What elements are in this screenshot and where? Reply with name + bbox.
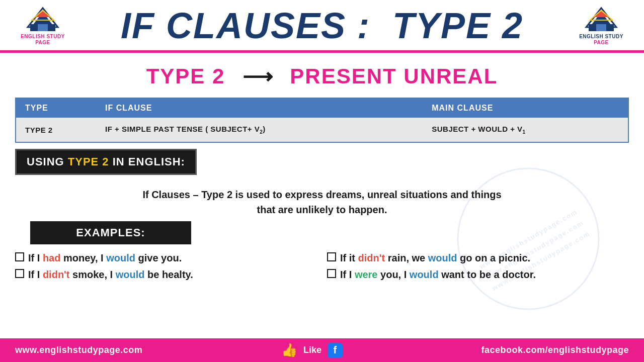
footer-facebook: facebook.com/englishstudypage [481,345,629,355]
examples-label: EXAMPLES: [30,221,191,244]
col-main-clause: MAIN CLAUSE [423,98,628,118]
arrow-icon: ⟶ [243,64,273,88]
cell-type: TYPE 2 [16,118,96,142]
example-2: If I didn't smoke, I would be healty. [15,268,317,281]
svg-marker-11 [596,24,606,31]
col-type: TYPE [16,98,96,118]
example-4: If I were you, I would want to be a doct… [327,268,629,281]
description: If Clauses – Type 2 is used to express d… [0,181,644,221]
checkbox-4 [327,269,336,278]
footer-website: www.englishstudypage.com [15,345,142,355]
footer: www.englishstudypage.com 👍 Like f facebo… [0,338,644,362]
main-content: www.englishstudypage.com www.englishstud… [0,53,644,281]
facebook-icon: f [328,343,343,358]
description-text: If Clauses – Type 2 is used to express d… [142,189,501,215]
using-section: USING TYPE 2 IN ENGLISH: [0,149,644,175]
example-1: If I had money, I would give you. [15,251,317,264]
examples-section-label: EXAMPLES: [0,221,644,244]
page-title: IF CLAUSES : TYPE 2 [75,5,569,46]
checkbox-3 [327,252,336,261]
using-label: USING TYPE 2 IN ENGLISH: [15,149,197,175]
header: ENGLISH STUDYPAGE IF CLAUSES : TYPE 2 EN… [0,0,644,53]
example-3: If it didn't rain, we would go on a picn… [327,251,629,264]
example-1-text: If I had money, I would give you. [28,252,182,264]
logo-left: ENGLISH STUDYPAGE [10,6,75,46]
table-row: TYPE 2 IF + SIMPLE PAST TENSE ( SUBJECT+… [16,118,628,142]
table-header-row: TYPE IF CLAUSE MAIN CLAUSE [16,98,628,118]
examples-col-left: If I had money, I would give you. If I d… [10,251,322,281]
logo-right: ENGLISH STUDYPAGE [569,6,634,46]
grammar-table: TYPE IF CLAUSE MAIN CLAUSE TYPE 2 IF + S… [15,98,629,143]
table-section: TYPE IF CLAUSE MAIN CLAUSE TYPE 2 IF + S… [0,98,644,143]
like-text: Like [303,345,321,355]
footer-like-section: 👍 Like f [281,342,343,358]
example-4-text: If I were you, I would want to be a doct… [340,269,536,281]
type2-highlight: TYPE 2 [68,155,109,168]
examples-col-right: If it didn't rain, we would go on a picn… [322,251,634,281]
type2-label: TYPE 2 [146,64,225,88]
example-2-text: If I didn't smoke, I would be healty. [28,269,193,281]
present-unreal-label: PRESENT UNREAL [290,64,498,88]
logo-text-right: ENGLISH STUDYPAGE [579,34,623,46]
cell-main-clause: SUBJECT + WOULD + V1 [423,118,628,142]
col-if-clause: IF CLAUSE [96,98,423,118]
subtitle-bar: TYPE 2 ⟶ PRESENT UNREAL [0,53,644,98]
logo-icon-right [584,6,619,34]
cell-if-clause: IF + SIMPLE PAST TENSE ( SUBJECT+ V2) [96,118,423,142]
examples-grid: If I had money, I would give you. If I d… [0,251,644,281]
logo-icon-left [25,6,60,34]
thumbs-up-icon: 👍 [281,342,297,358]
example-3-text: If it didn't rain, we would go on a picn… [340,252,530,264]
logo-text-left: ENGLISH STUDYPAGE [21,34,65,46]
svg-marker-5 [38,24,48,31]
checkbox-1 [15,252,24,261]
checkbox-2 [15,269,24,278]
